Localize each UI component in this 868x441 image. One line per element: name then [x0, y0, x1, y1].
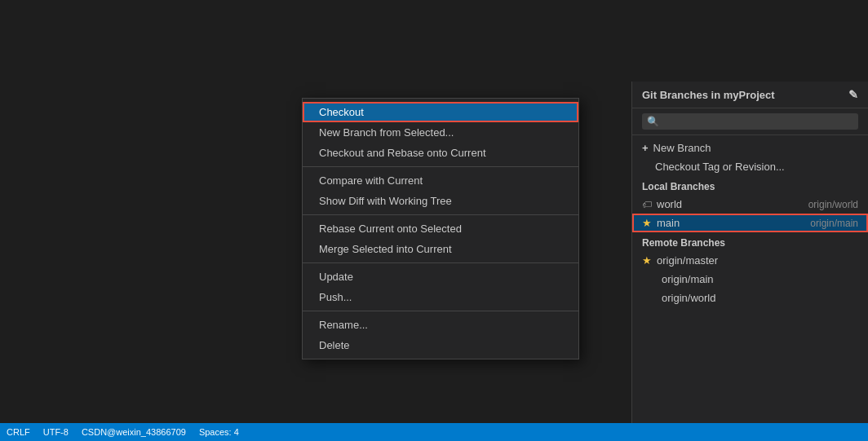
- checkout-tag-action[interactable]: Checkout Tag or Revision...: [632, 157, 868, 176]
- menu-item-push[interactable]: Push...: [303, 287, 578, 307]
- branch-world-name: world: [657, 198, 682, 210]
- star-filled-icon-2: ★: [642, 254, 652, 267]
- local-branches-label: Local Branches: [632, 176, 868, 195]
- git-panel-title: Git Branches in myProject: [642, 89, 775, 101]
- menu-item-checkout-rebase[interactable]: Checkout and Rebase onto Current: [303, 143, 578, 163]
- status-bar-line-ending[interactable]: CRLF: [7, 427, 30, 437]
- branch-origin-main-left: origin/main: [642, 273, 714, 285]
- star-filled-icon: ★: [642, 217, 652, 229]
- plus-icon: +: [642, 142, 649, 154]
- branch-origin-world-name: origin/world: [662, 292, 715, 304]
- git-search-input[interactable]: [664, 116, 853, 127]
- branch-world[interactable]: 🏷 world origin/world: [632, 195, 868, 214]
- new-branch-action[interactable]: + New Branch: [632, 139, 868, 157]
- tag-icon: 🏷: [642, 199, 652, 210]
- edit-icon[interactable]: ✎: [848, 88, 858, 101]
- git-panel-body: + New Branch Checkout Tag or Revision...…: [632, 135, 868, 424]
- status-bar-spaces[interactable]: Spaces: 4: [199, 427, 239, 437]
- branch-origin-master-name: origin/master: [657, 254, 718, 267]
- branch-origin-master-left: ★ origin/master: [642, 254, 718, 267]
- git-branches-panel: Git Branches in myProject ✎ 🔍 + New Bran…: [631, 82, 868, 424]
- menu-separator-3: [303, 262, 578, 263]
- menu-item-merge-selected[interactable]: Merge Selected into Current: [303, 239, 578, 259]
- branch-main-name: main: [657, 217, 680, 229]
- menu-item-rebase-current[interactable]: Rebase Current onto Selected: [303, 218, 578, 239]
- menu-item-checkout[interactable]: Checkout: [303, 102, 578, 122]
- branch-origin-main[interactable]: origin/main: [632, 270, 868, 289]
- platform-value: CSDN@weixin_43866709: [82, 427, 186, 437]
- status-bar-encoding[interactable]: UTF-8: [43, 427, 69, 437]
- git-panel-header: Git Branches in myProject ✎: [632, 82, 868, 108]
- menu-item-compare-with-current[interactable]: Compare with Current: [303, 170, 578, 191]
- menu-item-update[interactable]: Update: [303, 267, 578, 287]
- branch-origin-master[interactable]: ★ origin/master: [632, 251, 868, 270]
- context-menu: Checkout New Branch from Selected... Che…: [302, 98, 579, 359]
- status-bar-platform: CSDN@weixin_43866709: [82, 427, 186, 437]
- branch-main[interactable]: ★ main origin/main: [632, 214, 868, 232]
- menu-separator-1: [303, 166, 578, 167]
- remote-branches-label: Remote Branches: [632, 232, 868, 251]
- branch-origin-world-left: origin/world: [642, 292, 715, 304]
- menu-item-rename[interactable]: Rename...: [303, 315, 578, 335]
- status-bar: CRLF UTF-8 CSDN@weixin_43866709 Spaces: …: [0, 423, 868, 441]
- menu-separator-4: [303, 311, 578, 311]
- branch-origin-world[interactable]: origin/world: [632, 289, 868, 307]
- branch-world-left: 🏷 world: [642, 198, 682, 210]
- new-branch-label: New Branch: [653, 142, 711, 154]
- menu-item-delete[interactable]: Delete: [303, 335, 578, 355]
- git-search-inner: 🔍: [642, 113, 858, 130]
- menu-separator-2: [303, 214, 578, 215]
- search-icon: 🔍: [647, 116, 659, 127]
- encoding-value: UTF-8: [43, 427, 69, 437]
- menu-item-show-diff[interactable]: Show Diff with Working Tree: [303, 191, 578, 211]
- line-ending-value: CRLF: [7, 427, 30, 437]
- branch-origin-main-name: origin/main: [662, 273, 714, 285]
- branch-main-left: ★ main: [642, 217, 680, 229]
- branch-main-remote: origin/main: [810, 218, 858, 229]
- git-search-container: 🔍: [632, 108, 868, 135]
- spaces-value: Spaces: 4: [199, 427, 239, 437]
- branch-world-remote: origin/world: [808, 199, 858, 210]
- menu-item-new-branch-from-selected[interactable]: New Branch from Selected...: [303, 122, 578, 143]
